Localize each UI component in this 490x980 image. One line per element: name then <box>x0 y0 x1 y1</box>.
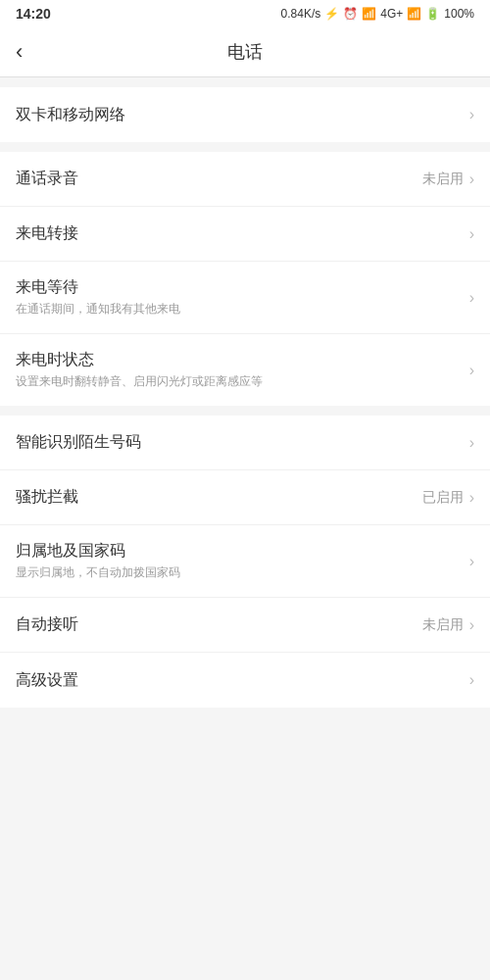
carrier-label: 4G+ <box>380 7 403 21</box>
item-title-incoming-status: 来电时状态 <box>16 350 469 370</box>
settings-group-group3: 智能识别陌生号码›骚扰拦截已启用›归属地及国家码显示归属地，不自动加拨国家码›自… <box>0 416 490 708</box>
chevron-right-icon: › <box>469 289 474 307</box>
battery-icon: 🔋 <box>425 7 440 21</box>
settings-item-dual-sim[interactable]: 双卡和移动网络› <box>0 87 490 142</box>
item-title-harassment-block: 骚扰拦截 <box>16 487 422 508</box>
chevron-right-icon: › <box>469 553 474 570</box>
network-speed: 0.84K/s <box>281 7 321 21</box>
settings-item-auto-answer[interactable]: 自动接听未启用› <box>0 598 490 653</box>
settings-item-harassment-block[interactable]: 骚扰拦截已启用› <box>0 470 490 525</box>
item-title-call-forwarding: 来电转接 <box>16 223 469 244</box>
chevron-right-icon: › <box>469 489 474 507</box>
item-status-auto-answer: 未启用 <box>422 616 464 634</box>
chevron-right-icon: › <box>469 106 474 123</box>
page-title: 电话 <box>227 40 263 64</box>
back-button[interactable]: ‹ <box>16 37 30 67</box>
settings-item-advanced-settings[interactable]: 高级设置› <box>0 653 490 708</box>
chevron-right-icon: › <box>469 362 474 379</box>
item-subtitle-incoming-status: 设置来电时翻转静音、启用闪光灯或距离感应等 <box>16 373 469 390</box>
item-status-call-recording: 未启用 <box>422 171 464 188</box>
chevron-right-icon: › <box>469 616 474 634</box>
item-title-call-waiting: 来电等待 <box>16 277 469 298</box>
settings-group-group2: 通话录音未启用›来电转接›来电等待在通话期间，通知我有其他来电›来电时状态设置来… <box>0 152 490 406</box>
item-title-location-country: 归属地及国家码 <box>16 541 469 562</box>
chevron-right-icon: › <box>469 671 474 689</box>
settings-item-call-forwarding[interactable]: 来电转接› <box>0 207 490 262</box>
item-subtitle-location-country: 显示归属地，不自动加拨国家码 <box>16 564 469 581</box>
settings-item-call-recording[interactable]: 通话录音未启用› <box>0 152 490 207</box>
settings-item-incoming-status[interactable]: 来电时状态设置来电时翻转静音、启用闪光灯或距离感应等› <box>0 334 490 406</box>
battery-label: 100% <box>444 7 474 21</box>
settings-content: 双卡和移动网络›通话录音未启用›来电转接›来电等待在通话期间，通知我有其他来电›… <box>0 87 490 708</box>
alarm-icon: ⏰ <box>343 7 358 21</box>
chevron-right-icon: › <box>469 225 474 243</box>
status-bar: 14:20 0.84K/s ⚡ ⏰ 📶 4G+ 📶 🔋 100% <box>0 0 490 27</box>
chevron-right-icon: › <box>469 171 474 188</box>
signal-icon-2: 📶 <box>407 7 421 21</box>
status-icons: 0.84K/s ⚡ ⏰ 📶 4G+ 📶 🔋 100% <box>281 7 474 21</box>
settings-item-smart-identify[interactable]: 智能识别陌生号码› <box>0 416 490 470</box>
item-title-dual-sim: 双卡和移动网络 <box>16 105 469 125</box>
item-title-call-recording: 通话录音 <box>16 169 422 189</box>
signal-icon: 📶 <box>362 7 376 21</box>
page-header: ‹ 电话 <box>0 27 490 77</box>
item-subtitle-call-waiting: 在通话期间，通知我有其他来电 <box>16 301 469 318</box>
item-title-auto-answer: 自动接听 <box>16 614 422 635</box>
item-title-advanced-settings: 高级设置 <box>16 670 469 691</box>
bluetooth-icon: ⚡ <box>324 7 339 21</box>
settings-item-call-waiting[interactable]: 来电等待在通话期间，通知我有其他来电› <box>0 262 490 334</box>
settings-group-group1: 双卡和移动网络› <box>0 87 490 142</box>
item-status-harassment-block: 已启用 <box>422 489 464 507</box>
status-time: 14:20 <box>16 6 51 22</box>
settings-item-location-country[interactable]: 归属地及国家码显示归属地，不自动加拨国家码› <box>0 525 490 598</box>
chevron-right-icon: › <box>469 434 474 452</box>
item-title-smart-identify: 智能识别陌生号码 <box>16 432 469 453</box>
